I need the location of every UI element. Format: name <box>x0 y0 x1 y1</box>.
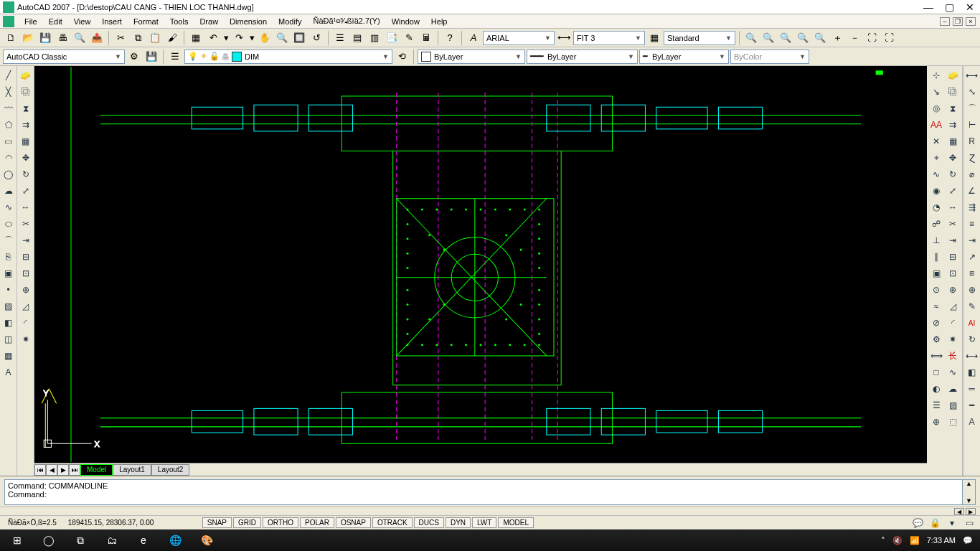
scale-tool[interactable]: ⤢ <box>18 183 34 199</box>
tool-palettes-button[interactable]: ▥ <box>367 30 382 46</box>
design-center-button[interactable]: ▤ <box>349 30 365 46</box>
make-block-tool[interactable]: ▣ <box>1 265 17 281</box>
erase-tool-r[interactable]: 🧽 <box>945 67 961 83</box>
workspace-combo[interactable]: AutoCAD Classic▼ <box>3 50 125 64</box>
zoom-out-icon[interactable]: － <box>847 30 862 46</box>
layer-combo[interactable]: 💡 ☀ 🔓 🖶 DIM ▼ <box>184 50 392 64</box>
minimize-button[interactable]: — <box>923 1 933 13</box>
extend-tool[interactable]: ⇥ <box>18 232 34 248</box>
stretch-tool-r[interactable]: ↔ <box>945 199 961 215</box>
mdi-close-button[interactable]: × <box>966 17 976 26</box>
array-tool-r[interactable]: ▦ <box>945 133 961 149</box>
dim-diameter-tool[interactable]: ⌀ <box>964 166 980 182</box>
start-button[interactable]: ⊞ <box>1 530 33 550</box>
status-lwt[interactable]: LWT <box>472 517 496 528</box>
explode-tool[interactable]: ✷ <box>18 331 34 347</box>
menu-draw[interactable]: Draw <box>194 16 224 27</box>
open-button[interactable]: 📂 <box>20 30 36 46</box>
explode-tool-r[interactable]: ✷ <box>945 331 961 347</box>
snap-center-icon[interactable]: ◉ <box>928 183 944 199</box>
length-tool[interactable]: 长 <box>945 348 961 364</box>
move-tool[interactable]: ✥ <box>18 150 34 166</box>
qcalc-button[interactable]: 🖩 <box>418 30 434 46</box>
status-comm-center-icon[interactable]: 💬 <box>910 515 925 531</box>
snap-extension-icon[interactable]: ∿ <box>928 166 944 182</box>
snap-quadrant-icon[interactable]: ◔ <box>928 199 944 215</box>
chamfer-tool[interactable]: ◿ <box>18 298 34 314</box>
menu-window[interactable]: Window <box>386 16 425 27</box>
lineweight-tool[interactable]: ━ <box>964 397 980 413</box>
id-point-tool[interactable]: ⊕ <box>928 414 944 430</box>
dim-arc-tool[interactable]: ⌒ <box>964 100 980 116</box>
join-tool-r[interactable]: ⊕ <box>945 282 961 298</box>
dim-continue-tool[interactable]: ⇥ <box>964 232 980 248</box>
publish-button[interactable]: 📤 <box>89 30 105 46</box>
mdi-minimize-button[interactable]: – <box>940 17 950 26</box>
text-style-edit-tool[interactable]: A <box>964 414 980 430</box>
tray-expand-icon[interactable]: ˄ <box>881 536 885 545</box>
arc-tool[interactable]: ◠ <box>1 150 17 166</box>
save-button[interactable]: 💾 <box>37 30 53 46</box>
dim-text-edit-tool[interactable]: AI <box>964 315 980 331</box>
zoom-dynamic-icon[interactable]: 🔍 <box>760 30 776 46</box>
status-model[interactable]: MODEL <box>498 517 534 528</box>
snap-nearest-icon[interactable]: ≈ <box>928 298 944 314</box>
dim-ordinate-tool[interactable]: ⊢ <box>964 117 980 133</box>
file-explorer-button[interactable]: 🗂 <box>96 530 128 550</box>
command-resize-bar[interactable]: ◀▶ <box>0 507 980 515</box>
undo-button[interactable]: ↶ <box>205 30 221 46</box>
workspace-settings-button[interactable]: ⚙ <box>126 49 142 65</box>
plotstyle-combo[interactable]: ByColor▼ <box>730 50 809 64</box>
cortana-button[interactable]: ◯ <box>33 530 65 550</box>
extend-tool-r[interactable]: ⇥ <box>945 232 961 248</box>
rectangle-tool[interactable]: ▭ <box>1 133 17 149</box>
zoom-extents-icon[interactable]: ⛶ <box>881 30 897 46</box>
menu-plugin[interactable]: ÑàÐã¹¤³⁄₄ßïä2.7(Y) <box>307 15 385 27</box>
edge-button[interactable]: e <box>128 530 159 550</box>
table-tool[interactable]: ▦ <box>1 348 17 364</box>
chamfer-tool-r[interactable]: ◿ <box>945 298 961 314</box>
mirror-tool[interactable]: ⧗ <box>18 100 34 116</box>
tray-volume-icon[interactable]: 🔇 <box>892 536 903 545</box>
dim-jogged-tool[interactable]: Ɀ <box>964 150 980 166</box>
status-coords[interactable]: 189415.15, 28306.37, 0.00 <box>63 517 178 528</box>
snap-intersection-icon[interactable]: ✕ <box>928 133 944 149</box>
polygon-tool[interactable]: ⬠ <box>1 117 17 133</box>
hatch-tool[interactable]: ▨ <box>1 298 17 314</box>
menu-file[interactable]: File <box>19 16 43 27</box>
properties-button[interactable]: ☰ <box>332 30 348 46</box>
hscroll-left[interactable]: ◀ <box>954 508 964 515</box>
break-tool-r[interactable]: ⊡ <box>945 265 961 281</box>
snap-perpendicular-icon[interactable]: ⊥ <box>928 232 944 248</box>
layer-previous-button[interactable]: ⟲ <box>394 49 410 65</box>
paint-button[interactable]: 🎨 <box>191 530 222 550</box>
trim-tool-r[interactable]: ✂ <box>945 216 961 232</box>
ellipse-arc-tool[interactable]: ⌒ <box>1 232 17 248</box>
circle-tool[interactable]: ◯ <box>1 166 17 182</box>
snap-from-icon[interactable]: ↘ <box>928 84 944 100</box>
dim-aligned-tool[interactable]: ⤡ <box>964 84 980 100</box>
command-scrollbar[interactable]: ▲▼ <box>963 479 976 505</box>
line-tool[interactable]: ╱ <box>1 67 17 83</box>
task-view-button[interactable]: ⧉ <box>65 530 96 550</box>
color-combo[interactable]: ByLayer▼ <box>418 50 525 64</box>
quick-leader-tool[interactable]: ↗ <box>964 249 980 265</box>
redo-button[interactable]: ↷ <box>231 30 247 46</box>
menu-edit[interactable]: Edit <box>43 16 68 27</box>
spline-tool[interactable]: ∿ <box>1 199 17 215</box>
polyline-tool[interactable]: 〰 <box>1 100 17 116</box>
snap-insert-icon[interactable]: ▣ <box>928 265 944 281</box>
mtext-tool[interactable]: A <box>1 364 17 380</box>
color-tool[interactable]: ◧ <box>964 364 980 380</box>
snap-midpoint-icon[interactable]: AA <box>928 117 944 133</box>
block-editor-button[interactable]: ▦ <box>188 30 204 46</box>
move-tool-r[interactable]: ✥ <box>945 150 961 166</box>
status-lock-icon[interactable]: 🔒 <box>927 515 943 531</box>
construction-line-tool[interactable]: ╳ <box>1 84 17 100</box>
region-tool[interactable]: ◫ <box>1 331 17 347</box>
workspace-save-button[interactable]: 💾 <box>143 49 159 65</box>
dim-style-combo[interactable]: FIT 3▼ <box>573 31 645 45</box>
fillet-tool[interactable]: ◜ <box>18 315 34 331</box>
menu-insert[interactable]: Insert <box>96 16 128 27</box>
sheet-set-button[interactable]: 📑 <box>384 30 400 46</box>
